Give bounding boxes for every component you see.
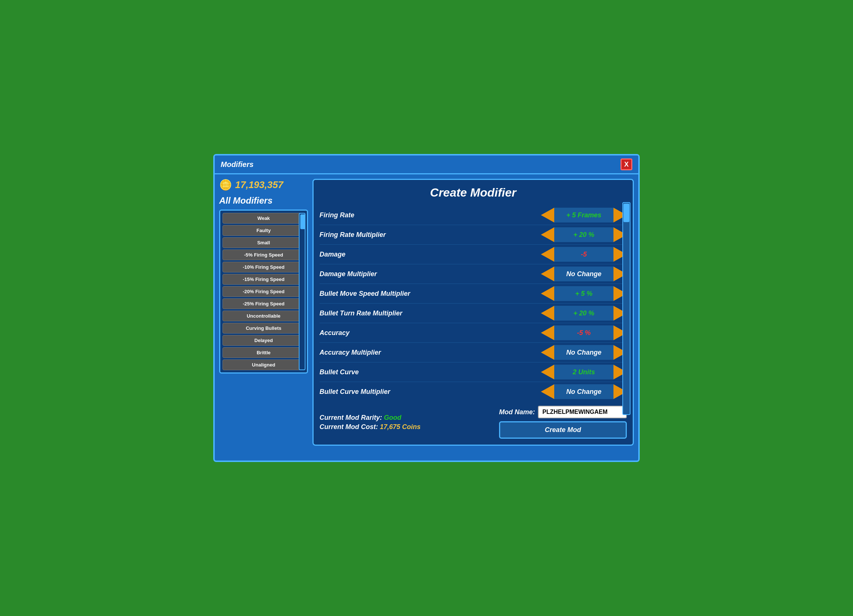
title-bar: Modifiers X — [215, 155, 638, 174]
modifier-row-label: Bullet Curve — [320, 368, 359, 376]
modifier-row-label: Damage Multiplier — [320, 270, 377, 278]
modifier-row-label: Bullet Curve Multiplier — [320, 388, 390, 396]
modifier-row-control: + 20 % — [541, 227, 627, 242]
modifier-list-item[interactable]: Uncontrollable — [223, 311, 305, 321]
mod-name-section: Mod Name: Create Mod — [499, 406, 627, 438]
modifier-row-value: -5 — [554, 247, 613, 262]
modifier-row-control: 2 Units — [541, 365, 627, 379]
modifier-row-label: Accuracy — [320, 329, 349, 337]
mod-name-input[interactable] — [538, 406, 627, 418]
modifier-list-item[interactable]: -25% Firing Speed — [223, 298, 305, 309]
modifier-row-value: No Change — [554, 384, 613, 399]
modifier-row-value: -5 % — [554, 325, 613, 340]
modifier-rows-container: Firing Rate+ 5 FramesFiring Rate Multipl… — [320, 205, 627, 401]
modifier-row: Bullet Turn Rate Multiplier+ 20 % — [320, 303, 627, 323]
rarity-line: Current Mod Rarity: Good — [320, 414, 420, 422]
modifier-list-item[interactable]: Delayed — [223, 335, 305, 346]
coins-value: 17,193,357 — [235, 179, 283, 191]
modifier-row-control: -5 — [541, 247, 627, 262]
create-modifier-title: Create Modifier — [320, 186, 627, 200]
window-title: Modifiers — [221, 160, 253, 169]
list-scrollbar[interactable] — [299, 213, 305, 370]
modifier-row-value: No Change — [554, 345, 613, 360]
right-panel: Create Modifier Firing Rate+ 5 FramesFir… — [313, 179, 634, 446]
create-mod-button[interactable]: Create Mod — [499, 421, 627, 438]
modifier-row: Damage MultiplierNo Change — [320, 264, 627, 284]
modifier-list-item[interactable]: Curving Bullets — [223, 323, 305, 334]
modifier-row-value: 2 Units — [554, 365, 613, 379]
modifier-row-label: Bullet Turn Rate Multiplier — [320, 310, 402, 317]
modifier-row-value: + 5 % — [554, 286, 613, 301]
arrow-left-button[interactable] — [541, 208, 554, 223]
modifier-row-control: No Change — [541, 384, 627, 399]
coins-row: 🪙 17,193,357 — [219, 179, 308, 191]
arrow-left-button[interactable] — [541, 227, 554, 242]
modifier-list-item[interactable]: Weak — [223, 213, 305, 224]
arrow-left-button[interactable] — [541, 365, 554, 379]
modifier-row: Bullet Curve MultiplierNo Change — [320, 382, 627, 401]
cost-label: Current Mod Cost: — [320, 423, 378, 431]
modifier-row: Firing Rate+ 5 Frames — [320, 205, 627, 225]
modifier-row: Damage-5 — [320, 245, 627, 264]
modifiers-list: WeakFaultySmall-5% Firing Speed-10% Firi… — [219, 209, 308, 373]
modifier-list-item[interactable]: Unaligned — [223, 360, 305, 370]
modifier-row-control: + 20 % — [541, 306, 627, 320]
arrow-left-button[interactable] — [541, 267, 554, 281]
cost-value: 17,675 Coins — [380, 423, 420, 431]
bottom-bar: Current Mod Rarity: Good Current Mod Cos… — [320, 406, 627, 438]
arrow-left-button[interactable] — [541, 384, 554, 399]
modifier-row-value: + 5 Frames — [554, 208, 613, 223]
modifier-row-control: + 5 Frames — [541, 208, 627, 223]
modifiers-window: Modifiers X 🪙 17,193,357 All Modifiers W… — [213, 154, 640, 462]
modifier-row-control: + 5 % — [541, 286, 627, 301]
modifier-row: Bullet Move Speed Multiplier+ 5 % — [320, 284, 627, 303]
modifier-row-label: Bullet Move Speed Multiplier — [320, 290, 410, 297]
rarity-label: Current Mod Rarity: — [320, 414, 382, 421]
close-button[interactable]: X — [621, 158, 632, 170]
main-content: 🪙 17,193,357 All Modifiers WeakFaultySma… — [215, 174, 638, 450]
modifier-list-item[interactable]: Faulty — [223, 225, 305, 236]
right-scrollbar-thumb — [624, 203, 629, 222]
arrow-left-button[interactable] — [541, 325, 554, 340]
modifier-row-value: No Change — [554, 267, 613, 281]
left-panel: 🪙 17,193,357 All Modifiers WeakFaultySma… — [219, 179, 308, 446]
mod-info: Current Mod Rarity: Good Current Mod Cos… — [320, 414, 420, 431]
list-scrollbar-thumb — [300, 214, 305, 229]
rarity-value: Good — [384, 414, 401, 421]
modifier-row: Accuracy-5 % — [320, 323, 627, 343]
modifier-list-item[interactable]: Brittle — [223, 347, 305, 358]
modifier-list-item[interactable]: -20% Firing Speed — [223, 286, 305, 297]
arrow-left-button[interactable] — [541, 247, 554, 262]
modifier-row-control: No Change — [541, 267, 627, 281]
modifier-row-control: -5 % — [541, 325, 627, 340]
right-scrollbar[interactable] — [622, 202, 630, 415]
cost-line: Current Mod Cost: 17,675 Coins — [320, 423, 420, 431]
modifier-row-control: No Change — [541, 345, 627, 360]
modifier-row-label: Firing Rate — [320, 211, 354, 219]
modifier-row: Accuracy MultiplierNo Change — [320, 343, 627, 363]
modifier-list-item[interactable]: -5% Firing Speed — [223, 249, 305, 260]
modifier-row-value: + 20 % — [554, 227, 613, 242]
mod-name-label: Mod Name: — [499, 408, 535, 416]
modifier-row: Bullet Curve2 Units — [320, 363, 627, 382]
modifier-list-item[interactable]: Small — [223, 237, 305, 248]
arrow-left-button[interactable] — [541, 306, 554, 320]
all-modifiers-title: All Modifiers — [219, 196, 308, 206]
modifier-row-label: Damage — [320, 250, 345, 258]
arrow-left-button[interactable] — [541, 345, 554, 360]
modifier-row-value: + 20 % — [554, 306, 613, 320]
modifier-row-label: Firing Rate Multiplier — [320, 231, 386, 239]
arrow-left-button[interactable] — [541, 286, 554, 301]
modifier-row: Firing Rate Multiplier+ 20 % — [320, 225, 627, 245]
modifier-list-item[interactable]: -15% Firing Speed — [223, 274, 305, 285]
mod-name-row: Mod Name: — [499, 406, 627, 418]
modifier-row-label: Accuracy Multiplier — [320, 349, 381, 357]
coin-icon: 🪙 — [219, 179, 232, 191]
modifier-list-item[interactable]: -10% Firing Speed — [223, 262, 305, 272]
